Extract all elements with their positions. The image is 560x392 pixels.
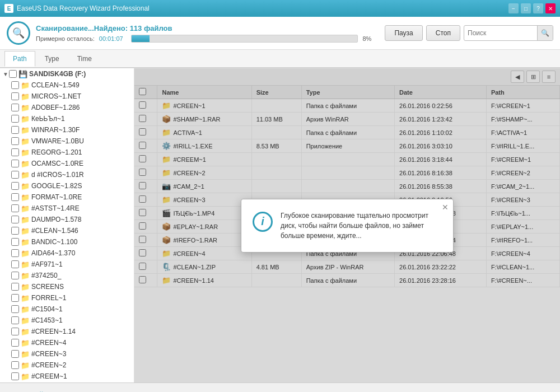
tree-item-cb[interactable] [11,305,19,313]
tree-item[interactable]: 📁#C1504~1 [0,304,134,315]
tree-item[interactable]: 📁BANDIC~1.100 [0,236,134,248]
search-box[interactable]: 🔍 [464,25,553,41]
tree-item-label: #CLEAN~1.546 [31,227,78,235]
tree-item[interactable]: 📁#CREEN~2 [0,360,134,371]
tree-item-cb[interactable] [11,126,19,134]
tree-item-cb[interactable] [11,339,19,347]
tree-item[interactable]: 📁#CLEAN~1.546 [0,225,134,236]
modal-box: ✕ i Глубокое сканирование тщательно прос… [241,199,454,253]
tree-item[interactable]: 📁#ASTST~1.4RE [0,203,134,214]
tree-item-cb[interactable] [11,115,19,123]
tree-item[interactable]: 📁FORMAT~1.0RE [0,192,134,203]
search-icon[interactable]: 🔍 [537,26,553,40]
tree-item-cb[interactable] [11,249,19,257]
tree-item-cb[interactable] [11,137,19,145]
modal-text: Глубокое сканирование тщательно просмотр… [281,211,442,241]
tab-path[interactable]: Path [4,51,35,67]
folder-icon: 📁 [21,238,30,246]
tree-item-cb[interactable] [11,160,19,167]
home-button[interactable]: ← Домой [9,390,44,393]
folder-icon: 📁 [21,171,30,179]
tree-item[interactable]: 📁#C1453~1 [0,315,134,326]
tree-item-cb[interactable] [11,260,19,268]
tree-item-cb[interactable] [11,216,19,223]
tree-item-label: DAUМРО~1.578 [31,216,81,223]
tree-item[interactable]: 📁#AF971~1 [0,259,134,270]
tree-item[interactable]: 📁#CREEM~1 [0,371,134,382]
tree-item[interactable]: 📁MICROS~1.NET [0,91,134,102]
folder-icon: 📁 [21,305,30,314]
tree-item-cb[interactable] [11,227,19,235]
close-btn[interactable]: ✕ [545,3,556,13]
tree-item-label: OCAMSC~1.0RE [31,160,83,167]
tree-item[interactable]: 📁FORREL~1 [0,292,134,304]
restore-button[interactable]: Восстанов. → [501,390,551,393]
tree-item[interactable]: 📁ADOBEF~1.286 [0,102,134,113]
tree-item[interactable]: 📁AIDA64~1.370 [0,248,134,259]
tree-item-cb[interactable] [11,171,19,179]
folder-icon: 📁 [21,160,30,168]
tree-item-cb[interactable] [11,372,19,380]
tree-item-cb[interactable] [11,182,19,190]
forward-arrow-icon: → [542,390,551,393]
tree-item-cb[interactable] [11,272,19,279]
restore-btn[interactable]: □ [521,3,531,13]
window-controls: − □ ? ✕ [508,3,556,13]
tree-item-cb[interactable] [11,328,19,335]
tree-item[interactable]: 📁d #ICROS~1.01R [0,169,134,180]
tree-item[interactable]: 📁REGORG~1.201 [0,147,134,158]
tree-item-label: AIDA64~1.370 [31,249,75,257]
tree-item-cb[interactable] [11,92,19,100]
tree-item-cb[interactable] [11,81,19,89]
folder-icon: 📁 [21,193,30,202]
tree-item[interactable]: 📁#CREEN~4 [0,337,134,348]
scan-area: 🔍 Сканирование...Найдено: 113 файлов При… [0,17,560,50]
tree-item[interactable]: 📁КеЬЬЪл~1 [0,113,134,124]
tree-root[interactable]: ▼ 💾 SANDISK4GB (F:) [0,68,134,80]
folder-icon: 📁 [21,204,30,213]
tree-item-cb[interactable] [11,283,19,291]
tree-item[interactable]: 📁WINRAR~1.30F [0,124,134,136]
tree-item[interactable]: 📁DAUМРО~1.578 [0,214,134,225]
tree-item[interactable]: 📁VMWARE~1.0BU [0,136,134,147]
tree-toggle-root[interactable]: ▼ [2,71,9,77]
minimize-btn[interactable]: − [508,3,519,13]
tree-item[interactable]: 📁ACTIVA~1 [0,382,134,382]
tree-item-cb[interactable] [11,294,19,302]
scan-progress-fill [132,35,150,42]
stop-button[interactable]: Стоп [426,25,460,41]
tree-item-cb[interactable] [11,238,19,246]
tree-item-label: FORMAT~1.0RE [31,193,82,201]
tab-time[interactable]: Time [69,51,100,66]
tree-item-cb[interactable] [11,193,19,201]
tree-item[interactable]: 📁GOOGLE~1.82S [0,180,134,192]
tree-item-label: BANDIC~1.100 [31,238,77,246]
tree-item-cb[interactable] [11,148,19,156]
tree-item[interactable]: 📁SCREENS [0,281,134,292]
modal-close-btn[interactable]: ✕ [442,203,449,212]
tree-item-label: #374250_ [31,272,61,279]
search-input[interactable] [464,27,537,39]
tree-item[interactable]: 📁CCLEAN~1.549 [0,80,134,91]
tree-item[interactable]: 📁#374250_ [0,270,134,281]
tree-item-label: ADOBEF~1.286 [31,104,80,111]
tree-item-cb[interactable] [11,204,19,212]
app-icon: E [4,4,13,13]
tree-cb-root[interactable] [9,70,17,78]
help-btn[interactable]: ? [533,3,543,13]
folder-icon: 📁 [21,316,30,325]
tree-item-cb[interactable] [11,361,19,369]
tree-item-cb[interactable] [11,316,19,324]
folder-icon: 📁 [21,104,30,112]
tree-root-label: SANDISK4GB (F:) [29,70,86,78]
tree-item-label: КеЬЬЪл~1 [31,115,65,123]
tree-item[interactable]: 📁#CREEN~3 [0,348,134,360]
tree-item-cb[interactable] [11,350,19,358]
tree-item-cb[interactable] [11,104,19,111]
tab-type[interactable]: Type [36,51,68,66]
tree-item[interactable]: 📁OCAMSC~1.0RE [0,158,134,169]
folder-icon: 📁 [21,81,30,90]
tree-item[interactable]: 📁#CREEN~1.14 [0,326,134,337]
tree-item-label: CCLEAN~1.549 [31,81,80,89]
pause-button[interactable]: Пауза [385,25,422,41]
